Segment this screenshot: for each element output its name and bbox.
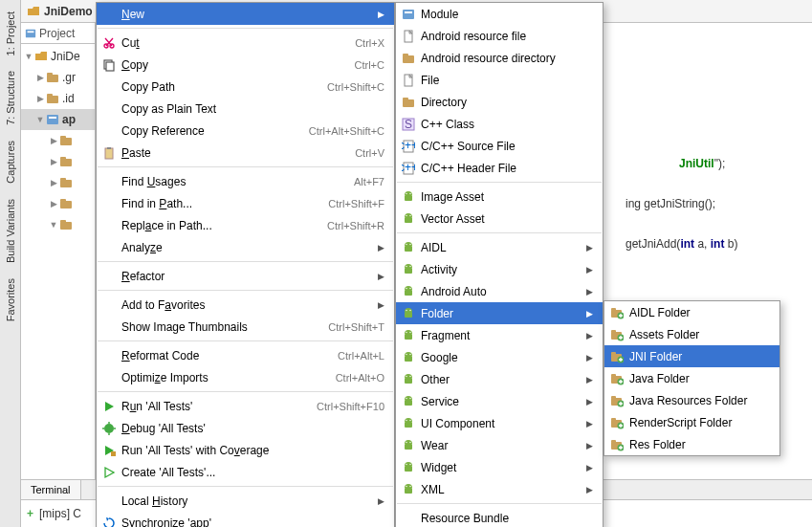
menu-new-folder[interactable]: Folder▶ xyxy=(396,302,603,324)
tree-row[interactable]: ▶ xyxy=(21,172,95,193)
tab-terminal[interactable]: Terminal xyxy=(21,480,81,499)
new-folder-icon xyxy=(610,350,624,363)
cpp-class-icon xyxy=(402,118,415,131)
android-icon xyxy=(402,395,415,408)
project-panel: Project ▼JniDe ▶.gr ▶.id ▼ap ▶ ▶ ▶ ▶ ▼ xyxy=(21,23,96,527)
android-icon xyxy=(402,190,415,204)
menu-cut[interactable]: CutCtrl+X xyxy=(97,32,394,54)
toolstrip-project[interactable]: 1: Project xyxy=(3,4,18,63)
project-panel-header[interactable]: Project xyxy=(21,23,95,44)
menu-new-vector-asset[interactable]: Vector Asset xyxy=(396,208,603,230)
menu-new-other[interactable]: Other▶ xyxy=(396,368,603,390)
menu-optimize-imports[interactable]: Optimize ImportsCtrl+Alt+O xyxy=(97,366,394,388)
tree-label: JniDe xyxy=(51,50,80,63)
menu-new-service[interactable]: Service▶ xyxy=(396,390,603,412)
copy-icon xyxy=(102,58,116,72)
menu-analyze[interactable]: Analyze▶ xyxy=(97,236,394,258)
menu-folder-java[interactable]: Java Folder xyxy=(604,367,779,389)
toolstrip-captures[interactable]: Captures xyxy=(3,133,18,191)
menu-copy-ref[interactable]: Copy ReferenceCtrl+Alt+Shift+C xyxy=(97,120,394,142)
toolstrip-favorites[interactable]: Favorites xyxy=(3,271,18,329)
menu-folder-res[interactable]: Res Folder xyxy=(604,433,779,455)
menu-new-module[interactable]: Module xyxy=(396,3,603,25)
toolstrip-structure[interactable]: 7: Structure xyxy=(3,63,18,133)
menu-new-google[interactable]: Google▶ xyxy=(396,346,603,368)
android-icon xyxy=(402,483,415,496)
tree-row[interactable]: ▶ xyxy=(21,151,95,172)
scissors-icon xyxy=(102,36,116,50)
menu-local-history[interactable]: Local History▶ xyxy=(97,490,394,512)
menu-add-favorites[interactable]: Add to Favorites▶ xyxy=(97,294,394,316)
menu-new-ui-component[interactable]: UI Component▶ xyxy=(396,412,603,434)
menu-new[interactable]: NNewew▶ xyxy=(97,3,394,25)
debug-icon xyxy=(102,422,116,435)
code-token: "); xyxy=(714,157,726,170)
code-token: int xyxy=(680,237,694,251)
android-icon xyxy=(402,263,415,276)
menu-new-xml[interactable]: XML▶ xyxy=(396,478,603,500)
menu-folder-jni[interactable]: JNI Folder xyxy=(604,345,779,367)
folder-icon xyxy=(59,197,73,210)
menu-find-in-path[interactable]: Find in Path...Ctrl+Shift+F xyxy=(97,192,394,214)
menu-folder-assets[interactable]: Assets Folder xyxy=(604,323,779,345)
tree-row[interactable]: ▼ xyxy=(21,214,95,235)
menu-new-file[interactable]: File xyxy=(396,69,603,91)
tree-row[interactable]: ▶.gr xyxy=(21,67,95,88)
menu-replace-in-path[interactable]: Replace in Path...Ctrl+Shift+R xyxy=(97,214,394,236)
menu-new-image-asset[interactable]: Image Asset xyxy=(396,186,603,208)
menu-paste[interactable]: PasteCtrl+V xyxy=(97,142,394,164)
menu-run[interactable]: Run 'All Tests'Ctrl+Shift+F10 xyxy=(97,395,394,417)
folder-icon xyxy=(46,71,59,84)
menu-new-cpp-class[interactable]: C++ Class xyxy=(396,113,603,135)
toolstrip-build-variants[interactable]: Build Variants xyxy=(3,191,18,271)
code-token: getJniAdd( xyxy=(625,237,680,251)
menu-find-usages[interactable]: Find UsagesAlt+F7 xyxy=(97,170,394,192)
menu-show-thumbnails[interactable]: Show Image ThumbnailsCtrl+Shift+T xyxy=(97,316,394,338)
menu-new-android-res-file[interactable]: Android resource file xyxy=(396,25,603,47)
menu-run-coverage[interactable]: Run 'All Tests' with Coverage xyxy=(97,439,394,461)
menu-new-resource-bundle[interactable]: Resource Bundle xyxy=(396,507,603,527)
plus-icon[interactable]: + xyxy=(27,507,33,520)
android-icon xyxy=(402,439,415,452)
submenu-folder: AIDL Folder Assets Folder JNI Folder Jav… xyxy=(604,300,780,456)
menu-new-wear[interactable]: Wear▶ xyxy=(396,434,603,456)
menu-debug[interactable]: Debug 'All Tests' xyxy=(97,417,394,439)
menu-copy-path[interactable]: Copy PathCtrl+Shift+C xyxy=(97,76,394,98)
new-folder-icon xyxy=(610,306,624,319)
menu-reformat[interactable]: Reformat CodeCtrl+Alt+L xyxy=(97,344,394,366)
menu-new-c-source[interactable]: C/C++ Source File xyxy=(396,135,603,157)
menu-folder-aidl[interactable]: AIDL Folder xyxy=(604,301,779,323)
menu-folder-renderscript[interactable]: RenderScript Folder xyxy=(604,411,779,433)
menu-new-activity[interactable]: Activity▶ xyxy=(396,258,603,280)
folder-icon xyxy=(402,52,415,65)
project-tree: ▼JniDe ▶.gr ▶.id ▼ap ▶ ▶ ▶ ▶ ▼ xyxy=(21,44,95,237)
menu-new-aidl[interactable]: AIDL▶ xyxy=(396,236,603,258)
module-icon xyxy=(46,113,59,126)
menu-refactor[interactable]: Refactor▶ xyxy=(97,265,394,287)
menu-new-directory[interactable]: Directory xyxy=(396,91,603,113)
create-run-icon xyxy=(102,466,116,479)
tree-row-app[interactable]: ▼ap xyxy=(21,109,95,130)
tree-row[interactable]: ▶ xyxy=(21,130,95,151)
menu-synchronize[interactable]: Synchronize 'app' xyxy=(97,512,394,527)
breadcrumb-title: JniDemo xyxy=(44,5,93,18)
tree-row-root[interactable]: ▼JniDe xyxy=(21,46,95,67)
android-icon xyxy=(402,212,415,226)
menu-copy-plain[interactable]: Copy as Plain Text xyxy=(97,98,394,120)
menu-copy[interactable]: CopyCtrl+C xyxy=(97,54,394,76)
file-icon xyxy=(402,30,415,43)
menu-new-android-res-dir[interactable]: Android resource directory xyxy=(396,47,603,69)
menu-new-android-auto[interactable]: Android Auto▶ xyxy=(396,280,603,302)
menu-folder-java-res[interactable]: Java Resources Folder xyxy=(604,389,779,411)
new-folder-icon xyxy=(610,416,624,429)
menu-new-c-header[interactable]: C/C++ Header File xyxy=(396,157,603,179)
tree-row[interactable]: ▶ xyxy=(21,193,95,214)
new-folder-icon xyxy=(610,328,624,341)
c-source-icon xyxy=(402,140,415,153)
c-header-icon xyxy=(402,162,415,175)
tree-row[interactable]: ▶.id xyxy=(21,88,95,109)
menu-new-fragment[interactable]: Fragment▶ xyxy=(396,324,603,346)
menu-create-tests[interactable]: Create 'All Tests'... xyxy=(97,461,394,483)
menu-new-widget[interactable]: Widget▶ xyxy=(396,456,603,478)
tree-label: .gr xyxy=(62,71,76,84)
